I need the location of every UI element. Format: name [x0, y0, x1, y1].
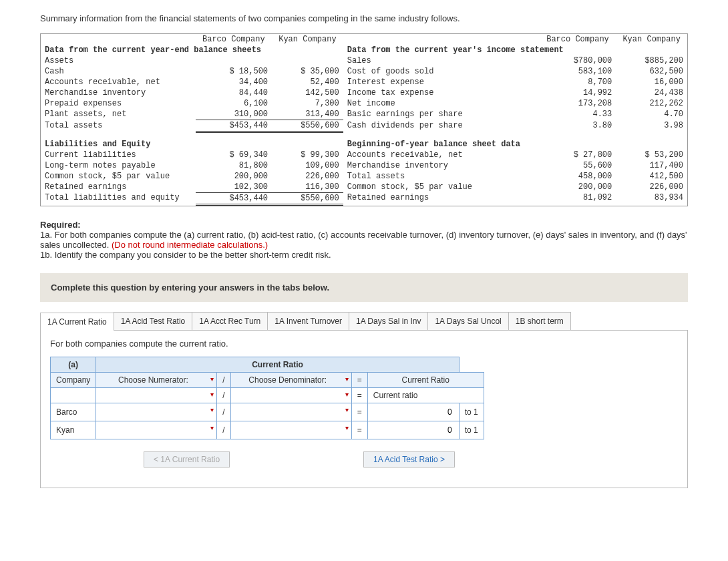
cs-barco: 200,000 [196, 171, 272, 182]
ar-kyan: 52,400 [272, 77, 343, 87]
generic-result-label: Current ratio [367, 387, 484, 403]
boy-re-barco: 81,092 [540, 192, 616, 204]
tle-kyan: $550,600 [272, 192, 343, 204]
generic-numerator-select[interactable] [96, 387, 217, 403]
tab-invent-turnover[interactable]: 1A Invent Turnover [267, 312, 349, 330]
required-1b: 1b. Identify the company you consider to… [40, 250, 331, 260]
boy-inv-kyan: 117,400 [616, 160, 687, 171]
tabs-bar: 1A Current Ratio 1A Acid Test Ratio 1A A… [40, 312, 688, 331]
generic-denominator-select[interactable] [230, 387, 351, 403]
boy-inv-label: Merchandise inventory [343, 160, 540, 171]
boy-cs-kyan: 226,000 [616, 182, 687, 193]
tab-days-sal-inv[interactable]: 1A Days Sal in Inv [349, 312, 428, 330]
boy-ta-barco: 458,000 [540, 171, 616, 182]
assets-header: Assets [41, 55, 196, 66]
ltn-kyan: 109,000 [272, 160, 343, 171]
required-1a-note: (Do not round intermediate calculations.… [112, 240, 268, 250]
cdps-kyan: 3.98 [616, 120, 687, 132]
cash-label: Cash [41, 66, 196, 77]
sales-barco: $780,000 [540, 55, 616, 66]
re-label: Retained earnings [41, 182, 196, 193]
left-section-title: Data from the current year-end balance s… [41, 45, 343, 55]
ni-barco: 173,208 [540, 98, 616, 109]
prepaid-kyan: 7,300 [272, 98, 343, 109]
cs-label: Common stock, $5 par value [41, 171, 196, 182]
cs-kyan: 226,000 [272, 171, 343, 182]
plant-kyan: 313,400 [272, 109, 343, 120]
boy-ar-kyan: $ 53,200 [616, 150, 687, 160]
next-tab-label: 1A Acid Test Ratio [373, 455, 438, 464]
prepaid-label: Prepaid expenses [41, 98, 196, 109]
tle-label: Total liabilities and equity [41, 192, 196, 204]
tab-acct-rec-turn[interactable]: 1A Acct Rec Turn [192, 312, 268, 330]
chevron-right-icon: > [440, 455, 445, 464]
tax-kyan: 24,438 [616, 87, 687, 98]
cl-kyan: $ 99,300 [272, 150, 343, 160]
beps-kyan: 4.70 [616, 109, 687, 120]
total-assets-barco: $453,440 [196, 120, 272, 132]
beps-label: Basic earnings per share [343, 109, 540, 120]
barco-to1: to 1 [459, 403, 484, 421]
barco-denominator-input[interactable] [230, 403, 351, 421]
ltn-barco: 81,800 [196, 160, 272, 171]
eq: = [351, 387, 367, 403]
inv-barco: 84,440 [196, 87, 272, 98]
next-tab-button[interactable]: 1A Acid Test Ratio > [363, 451, 455, 467]
chevron-left-icon: < [154, 455, 158, 464]
tab-acid-test[interactable]: 1A Acid Test Ratio [114, 312, 193, 330]
inv-label: Merchandise inventory [41, 87, 196, 98]
cogs-label: Cost of goods sold [343, 66, 540, 77]
boy-ta-kyan: 412,500 [616, 171, 687, 182]
sales-label: Sales [343, 55, 540, 66]
boy-inv-barco: 55,600 [540, 160, 616, 171]
boy-cs-label: Common stock, $5 par value [343, 182, 540, 193]
tle-barco: $453,440 [196, 192, 272, 204]
denominator-header[interactable]: Choose Denominator: [230, 372, 351, 387]
company-header: Company [51, 372, 96, 387]
boy-re-kyan: 83,934 [616, 192, 687, 204]
intexp-kyan: 16,000 [616, 77, 687, 87]
total-assets-label: Total assets [41, 120, 196, 132]
boy-header: Beginning-of-year balance sheet data [343, 139, 540, 150]
kyan-result-value[interactable] [367, 421, 459, 439]
sales-kyan: $885,200 [616, 55, 687, 66]
boy-ta-label: Total assets [343, 171, 540, 182]
ar-barco: 34,400 [196, 77, 272, 87]
kyan-numerator-input[interactable] [96, 421, 217, 439]
intexp-barco: 8,700 [540, 77, 616, 87]
plant-label: Plant assets, net [41, 109, 196, 120]
required-section: Required: 1a. For both companies compute… [40, 220, 688, 260]
barco-numerator-input[interactable] [96, 403, 217, 421]
col-hdr-barco-right: Barco Company [540, 34, 616, 45]
kyan-denominator-input[interactable] [230, 421, 351, 439]
calc-table: (a) Current Ratio Company Choose Numerat… [50, 357, 484, 439]
col-hdr-barco-left: Barco Company [196, 34, 272, 45]
col-a-header: (a) [51, 357, 96, 372]
tax-label: Income tax expense [343, 87, 540, 98]
boy-cs-barco: 200,000 [540, 182, 616, 193]
result-header: Current Ratio [367, 372, 484, 387]
eq: = [351, 421, 367, 439]
barco-result-value[interactable] [367, 403, 459, 421]
tab-1b-short-term[interactable]: 1B short term [508, 312, 571, 330]
ni-kyan: 212,262 [616, 98, 687, 109]
slash: / [217, 421, 230, 439]
eq: = [351, 403, 367, 421]
row-kyan-label: Kyan [51, 421, 96, 439]
tab-days-sal-uncol[interactable]: 1A Days Sal Uncol [427, 312, 508, 330]
slash: / [217, 403, 230, 421]
tax-barco: 14,992 [540, 87, 616, 98]
total-assets-kyan: $550,600 [272, 120, 343, 132]
eq-header: = [351, 372, 367, 387]
intexp-label: Interest expense [343, 77, 540, 87]
liab-equity-header: Liabilities and Equity [41, 139, 196, 150]
row-barco-label: Barco [51, 403, 96, 421]
prev-tab-button[interactable]: < 1A Current Ratio [144, 451, 230, 467]
boy-ar-barco: $ 27,800 [540, 150, 616, 160]
cogs-kyan: 632,500 [616, 66, 687, 77]
prev-tab-label: 1A Current Ratio [160, 455, 220, 464]
required-title: Required: [40, 220, 81, 230]
numerator-header[interactable]: Choose Numerator: [96, 372, 217, 387]
tab-current-ratio[interactable]: 1A Current Ratio [40, 313, 114, 331]
kyan-to1: to 1 [459, 421, 484, 439]
